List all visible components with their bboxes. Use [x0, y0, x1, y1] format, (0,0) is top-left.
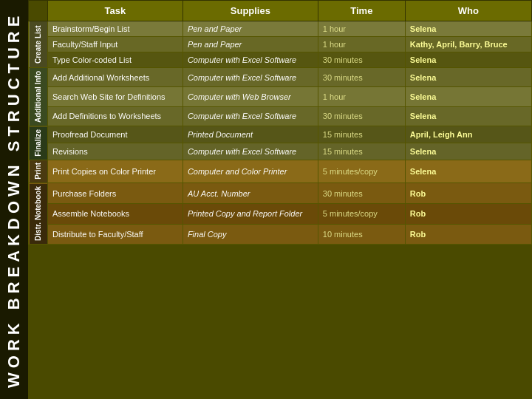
time-cell: 30 minutes — [318, 183, 405, 204]
task-cell: Revisions — [47, 143, 183, 160]
time-cell: 1 hour — [318, 21, 405, 37]
table-row: Create ListBrainstorm/Begin ListPen and … — [29, 21, 532, 37]
table-header-row: Task Supplies Time Who — [29, 1, 532, 21]
task-cell: Proofread Document — [47, 126, 183, 143]
header-time: Time — [318, 1, 405, 21]
task-cell: Add Definitions to Worksheets — [47, 106, 183, 126]
who-cell: Selena — [405, 52, 531, 68]
time-cell: 30 minutes — [318, 106, 405, 126]
table-row: Search Web Site for DefinitionsComputer … — [29, 87, 532, 106]
who-cell: Selena — [405, 143, 531, 160]
time-cell: 1 hour — [318, 37, 405, 52]
who-cell: Selena — [405, 21, 531, 37]
task-cell: Purchase Folders — [47, 183, 183, 204]
time-cell: 30 minutes — [318, 68, 405, 87]
supply-cell: Printed Document — [183, 126, 318, 143]
who-cell: Rob — [405, 183, 531, 204]
time-cell: 30 minutes — [318, 52, 405, 68]
task-cell: Print Copies on Color Printer — [47, 160, 183, 183]
section-label: Create List — [29, 21, 48, 68]
section-label: Print — [29, 160, 48, 183]
header-task: Task — [47, 1, 183, 21]
header-supplies: Supplies — [183, 1, 318, 21]
supply-cell: Printed Copy and Report Folder — [183, 204, 318, 225]
time-cell: 5 minutes/copy — [318, 204, 405, 225]
task-cell: Assemble Notebooks — [47, 204, 183, 225]
main-content: Task Supplies Time Who Create ListBrains… — [28, 0, 532, 399]
task-cell: Brainstorm/Begin List — [47, 21, 183, 37]
table-body: Create ListBrainstorm/Begin ListPen and … — [29, 21, 532, 245]
who-cell: April, Leigh Ann — [405, 126, 531, 143]
table-row: Assemble NotebooksPrinted Copy and Repor… — [29, 204, 532, 225]
table-row: RevisionsComputer with Excel Software15 … — [29, 143, 532, 160]
time-cell: 5 minutes/copy — [318, 160, 405, 183]
who-cell: Selena — [405, 68, 531, 87]
supply-cell: AU Acct. Number — [183, 183, 318, 204]
section-label: Distr. Notebook — [29, 183, 48, 245]
supply-cell: Final Copy — [183, 224, 318, 245]
table-wrapper: Task Supplies Time Who Create ListBrains… — [28, 0, 532, 399]
table-row: PrintPrint Copies on Color PrinterComput… — [29, 160, 532, 183]
supply-cell: Computer with Web Browser — [183, 87, 318, 106]
table-row: FinalizeProofread DocumentPrinted Docume… — [29, 126, 532, 143]
outer-wrapper: WORK BREAKDOWN STRUCTURE Task Supplies T… — [0, 0, 532, 399]
who-cell: Rob — [405, 204, 531, 225]
supply-cell: Computer and Color Printer — [183, 160, 318, 183]
table-row: Distr. NotebookPurchase FoldersAU Acct. … — [29, 183, 532, 204]
header-who: Who — [405, 1, 531, 21]
header-section — [29, 1, 48, 21]
supply-cell: Computer with Excel Software — [183, 68, 318, 87]
breakdown-table: Task Supplies Time Who Create ListBrains… — [28, 0, 532, 245]
who-cell: Selena — [405, 87, 531, 106]
side-title: WORK BREAKDOWN STRUCTURE — [0, 0, 28, 399]
task-cell: Type Color-coded List — [47, 52, 183, 68]
time-cell: 10 minutes — [318, 224, 405, 245]
supply-cell: Computer with Excel Software — [183, 143, 318, 160]
table-row: Additional InfoAdd Additional Worksheets… — [29, 68, 532, 87]
time-cell: 1 hour — [318, 87, 405, 106]
task-cell: Search Web Site for Definitions — [47, 87, 183, 106]
who-cell: Selena — [405, 160, 531, 183]
who-cell: Kathy, April, Barry, Bruce — [405, 37, 531, 52]
table-row: Faculty/Staff InputPen and Paper1 hourKa… — [29, 37, 532, 52]
section-label: Additional Info — [29, 68, 48, 126]
table-row: Distribute to Faculty/StaffFinal Copy10 … — [29, 224, 532, 245]
section-label: Finalize — [29, 126, 48, 160]
who-cell: Rob — [405, 224, 531, 245]
supply-cell: Computer with Excel Software — [183, 52, 318, 68]
table-row: Add Definitions to WorksheetsComputer wi… — [29, 106, 532, 126]
who-cell: Selena — [405, 106, 531, 126]
table-row: Type Color-coded ListComputer with Excel… — [29, 52, 532, 68]
task-cell: Add Additional Worksheets — [47, 68, 183, 87]
task-cell: Faculty/Staff Input — [47, 37, 183, 52]
task-cell: Distribute to Faculty/Staff — [47, 224, 183, 245]
supply-cell: Pen and Paper — [183, 37, 318, 52]
time-cell: 15 minutes — [318, 143, 405, 160]
supply-cell: Pen and Paper — [183, 21, 318, 37]
time-cell: 15 minutes — [318, 126, 405, 143]
supply-cell: Computer with Excel Software — [183, 106, 318, 126]
